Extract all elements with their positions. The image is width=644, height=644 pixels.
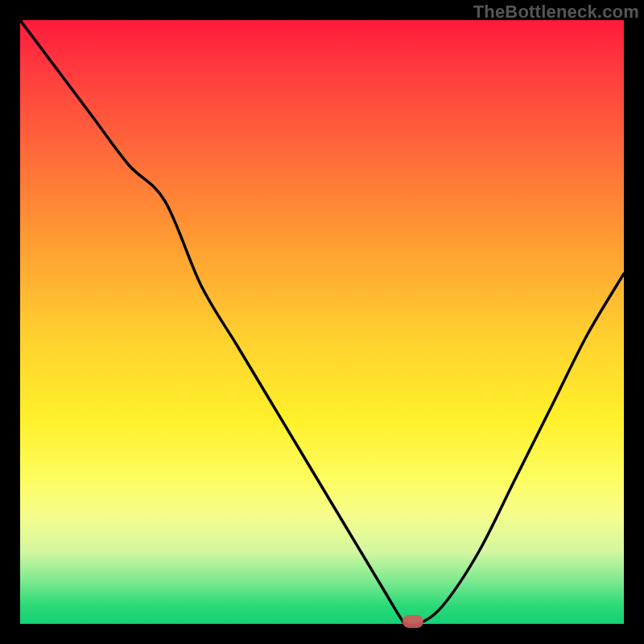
gradient-background (20, 20, 624, 624)
chart-root: TheBottleneck.com (0, 0, 644, 644)
plot-frame (20, 20, 624, 624)
optimum-marker (402, 615, 423, 628)
